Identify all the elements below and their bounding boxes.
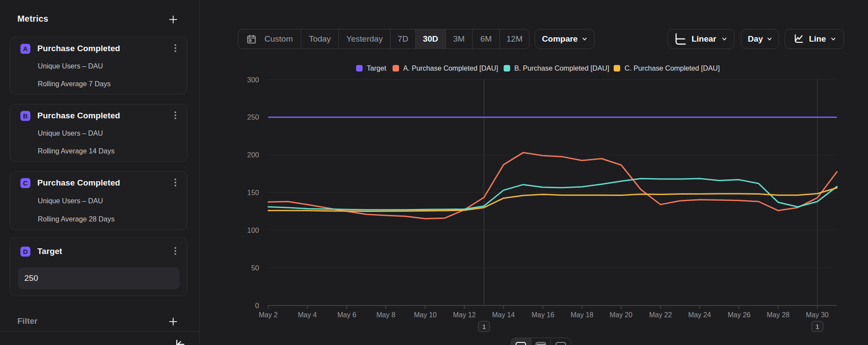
svg-text:A. Purchase Completed [DAU]: A. Purchase Completed [DAU] [403,64,498,72]
svg-text:1: 1 [482,323,486,330]
svg-text:100: 100 [247,226,259,234]
svg-text:C. Purchase Completed [DAU]: C. Purchase Completed [DAU] [625,64,720,72]
svg-text:May 30: May 30 [806,311,829,319]
svg-text:50: 50 [251,264,259,272]
svg-text:May 4: May 4 [298,311,317,319]
svg-text:May 18: May 18 [571,311,594,319]
svg-text:May 2: May 2 [259,311,278,319]
svg-text:May 8: May 8 [376,311,395,319]
svg-text:300: 300 [247,76,259,84]
svg-text:May 14: May 14 [492,311,515,319]
svg-text:Target: Target [367,64,386,72]
svg-text:0: 0 [255,302,259,309]
svg-text:May 10: May 10 [414,311,437,319]
svg-text:250: 250 [247,113,259,121]
svg-text:May 22: May 22 [649,311,672,319]
svg-text:May 24: May 24 [688,311,711,319]
svg-text:May 26: May 26 [728,311,751,319]
svg-text:May 12: May 12 [453,311,476,319]
svg-text:May 28: May 28 [767,311,790,319]
svg-text:200: 200 [247,151,259,159]
svg-text:B. Purchase Completed [DAU]: B. Purchase Completed [DAU] [514,64,609,72]
svg-text:May 16: May 16 [532,311,555,319]
svg-text:1: 1 [815,323,819,330]
svg-text:May 6: May 6 [337,311,356,319]
svg-text:150: 150 [247,189,259,196]
svg-text:May 20: May 20 [610,311,633,319]
